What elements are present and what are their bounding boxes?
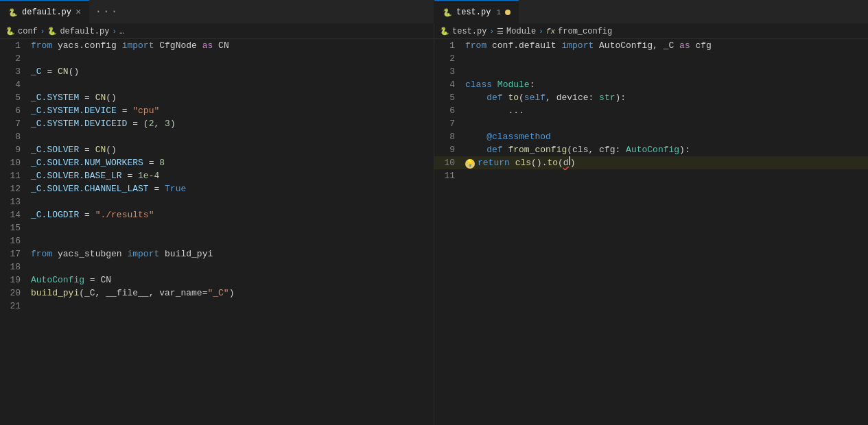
table-row: 8 @classmethod bbox=[434, 130, 868, 143]
breadcrumb-test-py[interactable]: test.py bbox=[452, 27, 486, 36]
r-line-content-1: from conf.default import AutoConfig, _C … bbox=[462, 39, 868, 52]
table-row: 4 class Module: bbox=[434, 78, 868, 91]
line-num-17: 17 bbox=[0, 247, 27, 260]
line-content-1: from yacs.config import CfgNode as CN bbox=[27, 39, 434, 52]
table-row: 21 bbox=[0, 300, 434, 313]
breadcrumb-conf[interactable]: conf bbox=[18, 27, 38, 36]
editors-row: 1 from yacs.config import CfgNode as CN … bbox=[0, 39, 868, 425]
python-icon-breadcrumb-right: 🐍 bbox=[440, 27, 449, 36]
table-row: 12 _C.SOLVER.CHANNEL_LAST = True bbox=[0, 182, 434, 195]
breadcrumb-sep1: › bbox=[40, 27, 45, 36]
table-row: 10 _C.SOLVER.NUM_WORKERS = 8 bbox=[0, 156, 434, 169]
line-content-4 bbox=[27, 78, 434, 91]
line-num-18: 18 bbox=[0, 260, 27, 274]
r-line-num-1: 1 bbox=[434, 39, 462, 52]
editor-container: 🐍 default.py × ··· 🐍 test.py 1 🐍 conf › … bbox=[0, 0, 868, 425]
tab-test-py[interactable]: 🐍 test.py 1 bbox=[434, 0, 519, 24]
breadcrumb-module[interactable]: Module bbox=[506, 27, 536, 36]
bulb-icon[interactable]: 💡 bbox=[465, 159, 475, 169]
line-num-21: 21 bbox=[0, 300, 27, 313]
table-row: 11 _C.SOLVER.BASE_LR = 1e-4 bbox=[0, 169, 434, 182]
python-icon-breadcrumb-left2: 🐍 bbox=[47, 27, 57, 36]
table-row: 13 bbox=[0, 195, 434, 208]
line-num-7: 7 bbox=[0, 117, 27, 130]
table-row: 17 from yacs_stubgen import build_pyi bbox=[0, 247, 434, 260]
line-content-13 bbox=[27, 195, 434, 208]
r-line-num-7: 7 bbox=[434, 117, 462, 130]
r-line-num-6: 6 bbox=[434, 104, 462, 117]
right-tab-bar: 🐍 test.py 1 bbox=[434, 0, 868, 24]
line-num-16: 16 bbox=[0, 234, 27, 247]
line-content-10: _C.SOLVER.NUM_WORKERS = 8 bbox=[27, 156, 434, 169]
r-line-content-2 bbox=[462, 52, 868, 65]
breadcrumb-sep3: › bbox=[489, 27, 494, 36]
r-line-content-5: def to(self, device: str): bbox=[462, 91, 868, 104]
right-code-area: 1 from conf.default import AutoConfig, _… bbox=[434, 39, 868, 425]
line-num-12: 12 bbox=[0, 182, 27, 195]
module-icon: ☰ bbox=[497, 27, 504, 36]
right-editor-panel[interactable]: 1 from conf.default import AutoConfig, _… bbox=[434, 39, 868, 425]
python-icon-left: 🐍 bbox=[8, 8, 18, 17]
python-icon-breadcrumb-left: 🐍 bbox=[5, 27, 15, 36]
line-content-21 bbox=[27, 300, 434, 313]
table-row: 9 def from_config(cls, cfg: AutoConfig): bbox=[434, 143, 868, 156]
r-line-num-2: 2 bbox=[434, 52, 462, 65]
r-line-num-9: 9 bbox=[434, 143, 462, 156]
table-row: 7 bbox=[434, 117, 868, 130]
line-content-12: _C.SOLVER.CHANNEL_LAST = True bbox=[27, 182, 434, 195]
table-row: 7 _C.SYSTEM.DEVICEID = (2, 3) bbox=[0, 117, 434, 130]
line-num-19: 19 bbox=[0, 274, 27, 287]
r-line-content-3 bbox=[462, 65, 868, 78]
table-row: 1 from conf.default import AutoConfig, _… bbox=[434, 39, 868, 52]
table-row: 5 _C.SYSTEM = CN() bbox=[0, 91, 434, 104]
tab-default-py[interactable]: 🐍 default.py × bbox=[0, 0, 89, 24]
r-line-num-11: 11 bbox=[434, 169, 462, 182]
table-row: 15 bbox=[0, 221, 434, 234]
left-tab-more[interactable]: ··· bbox=[89, 0, 124, 23]
table-row: 4 bbox=[0, 78, 434, 91]
left-tab-close[interactable]: × bbox=[75, 8, 81, 17]
left-editor-panel[interactable]: 1 from yacs.config import CfgNode as CN … bbox=[0, 39, 434, 425]
r-line-num-8: 8 bbox=[434, 130, 462, 143]
table-row: 2 bbox=[434, 52, 868, 65]
line-content-15 bbox=[27, 221, 434, 234]
line-content-7: _C.SYSTEM.DEVICEID = (2, 3) bbox=[27, 117, 434, 130]
left-code-area: 1 from yacs.config import CfgNode as CN … bbox=[0, 39, 434, 425]
line-content-9: _C.SOLVER = CN() bbox=[27, 143, 434, 156]
left-tab-label: default.py bbox=[22, 8, 71, 17]
line-num-15: 15 bbox=[0, 221, 27, 234]
table-row: 1 from yacs.config import CfgNode as CN bbox=[0, 39, 434, 52]
line-num-10: 10 bbox=[0, 156, 27, 169]
breadcrumb-from-config[interactable]: from_config bbox=[558, 27, 612, 36]
breadcrumb-default-py[interactable]: default.py bbox=[60, 27, 109, 36]
line-num-3: 3 bbox=[0, 65, 27, 78]
fx-icon: fx bbox=[546, 27, 555, 36]
breadcrumb-ellipsis[interactable]: … bbox=[119, 27, 124, 36]
r-line-content-9: def from_config(cls, cfg: AutoConfig): bbox=[462, 143, 868, 156]
table-row: 5 def to(self, device: str): bbox=[434, 91, 868, 104]
r-line-content-6: ... bbox=[462, 104, 868, 117]
table-row: 9 _C.SOLVER = CN() bbox=[0, 143, 434, 156]
line-num-4: 4 bbox=[0, 78, 27, 91]
table-row: 16 bbox=[0, 234, 434, 247]
r-line-num-4: 4 bbox=[434, 78, 462, 91]
line-num-8: 8 bbox=[0, 130, 27, 143]
table-row: 19 AutoConfig = CN bbox=[0, 274, 434, 287]
table-row: 11 bbox=[434, 169, 868, 182]
table-row: 6 _C.SYSTEM.DEVICE = "cpu" bbox=[0, 104, 434, 117]
table-row: 8 bbox=[0, 130, 434, 143]
line-content-3: _C = CN() bbox=[27, 65, 434, 78]
line-content-19: AutoConfig = CN bbox=[27, 274, 434, 287]
r-line-content-4: class Module: bbox=[462, 78, 868, 91]
python-icon-right: 🐍 bbox=[443, 8, 452, 17]
left-breadcrumb: 🐍 conf › 🐍 default.py › … bbox=[0, 24, 434, 39]
line-content-16 bbox=[27, 234, 434, 247]
table-row: 3 bbox=[434, 65, 868, 78]
breadcrumb-sep2: › bbox=[112, 27, 117, 36]
line-num-5: 5 bbox=[0, 91, 27, 104]
table-row: 10 💡 return cls().to(d) bbox=[434, 156, 868, 169]
r-line-content-10: 💡 return cls().to(d) bbox=[462, 156, 868, 169]
line-num-1: 1 bbox=[0, 39, 27, 52]
r-line-content-8: @classmethod bbox=[462, 130, 868, 143]
line-num-13: 13 bbox=[0, 195, 27, 208]
